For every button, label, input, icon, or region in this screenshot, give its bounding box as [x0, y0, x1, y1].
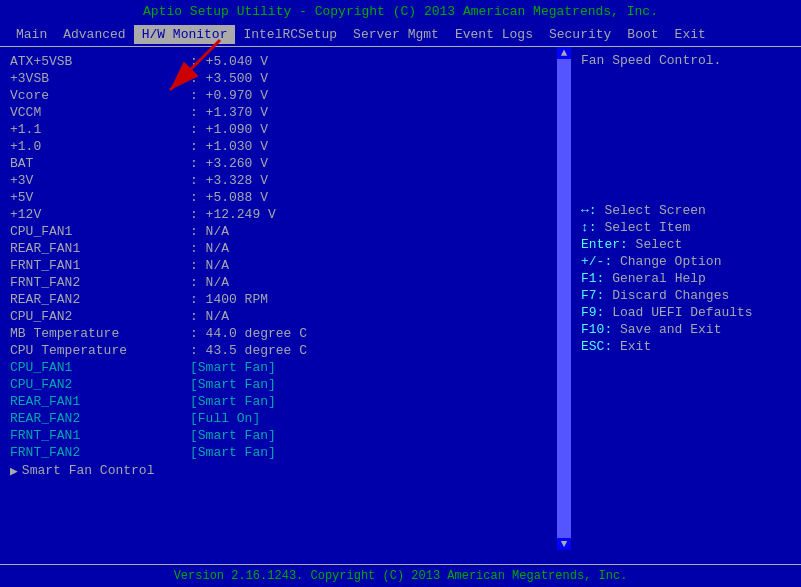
sensor-label-14: REAR_FAN2 [10, 292, 190, 307]
sensor-value-1: : +3.500 V [190, 71, 268, 86]
scrollbar[interactable]: ▲ ▼ [557, 47, 571, 550]
sensor-row-17: CPU Temperature: 43.5 degree C [10, 342, 559, 359]
sensor-row-21: REAR_FAN2[Full On] [10, 410, 559, 427]
sensor-row-18: CPU_FAN1[Smart Fan] [10, 359, 559, 376]
sensor-value-22: [Smart Fan] [190, 428, 276, 443]
help-desc-2: Select [636, 237, 683, 252]
sensor-value-7: : +3.328 V [190, 173, 268, 188]
sensor-label-8: +5V [10, 190, 190, 205]
help-desc-6: Load UEFI Defaults [612, 305, 752, 320]
sensor-row-8: +5V: +5.088 V [10, 189, 559, 206]
sensor-label-4: +1.1 [10, 122, 190, 137]
sensor-row-5: +1.0: +1.030 V [10, 138, 559, 155]
help-key-3: +/-: [581, 254, 620, 269]
sensor-row-4: +1.1: +1.090 V [10, 121, 559, 138]
help-key-4: F1: [581, 271, 612, 286]
sensor-row-13: FRNT_FAN2: N/A [10, 274, 559, 291]
sensor-label-18: CPU_FAN1 [10, 360, 190, 375]
sensor-value-20: [Smart Fan] [190, 394, 276, 409]
sensor-value-23: [Smart Fan] [190, 445, 276, 460]
sensor-row-19: CPU_FAN2[Smart Fan] [10, 376, 559, 393]
sensor-value-17: : 43.5 degree C [190, 343, 307, 358]
sensor-value-13: : N/A [190, 275, 229, 290]
sensor-value-11: : N/A [190, 241, 229, 256]
sensor-label-12: FRNT_FAN1 [10, 258, 190, 273]
sensor-value-21: [Full On] [190, 411, 260, 426]
sensor-row-0: ATX+5VSB: +5.040 V [10, 53, 559, 70]
sensor-value-12: : N/A [190, 258, 229, 273]
help-desc-1: Select Item [604, 220, 690, 235]
sensor-row-14: REAR_FAN2: 1400 RPM [10, 291, 559, 308]
menu-item-advanced[interactable]: Advanced [55, 25, 133, 44]
help-desc-5: Discard Changes [612, 288, 729, 303]
sensor-label-6: BAT [10, 156, 190, 171]
sensor-value-15: : N/A [190, 309, 229, 324]
sensor-row-15: CPU_FAN2: N/A [10, 308, 559, 325]
sensor-label-16: MB Temperature [10, 326, 190, 341]
menu-item-servermgmt[interactable]: Server Mgmt [345, 25, 447, 44]
help-desc-8: Exit [620, 339, 651, 354]
title-text: Aptio Setup Utility - Copyright (C) 2013… [143, 4, 658, 19]
help-line-4: F1: General Help [581, 270, 791, 287]
sensor-label-10: CPU_FAN1 [10, 224, 190, 239]
menu-item-exit[interactable]: Exit [667, 25, 714, 44]
sensor-label-20: REAR_FAN1 [10, 394, 190, 409]
menu-item-h/wmonitor[interactable]: H/W Monitor [134, 25, 236, 44]
sensor-rows: ATX+5VSB: +5.040 V+3VSB: +3.500 VVcore: … [10, 53, 559, 461]
help-key-6: F9: [581, 305, 612, 320]
sensor-row-10: CPU_FAN1: N/A [10, 223, 559, 240]
sensor-label-22: FRNT_FAN1 [10, 428, 190, 443]
sensor-label-15: CPU_FAN2 [10, 309, 190, 324]
sensor-label-2: Vcore [10, 88, 190, 103]
help-line-3: +/-: Change Option [581, 253, 791, 270]
menu-item-eventlogs[interactable]: Event Logs [447, 25, 541, 44]
help-key-5: F7: [581, 288, 612, 303]
menu-item-security[interactable]: Security [541, 25, 619, 44]
sensor-row-7: +3V: +3.328 V [10, 172, 559, 189]
sensor-value-3: : +1.370 V [190, 105, 268, 120]
sensor-value-14: : 1400 RPM [190, 292, 268, 307]
menu-bar: MainAdvancedH/W MonitorIntelRCSetupServe… [0, 23, 801, 47]
sensor-label-19: CPU_FAN2 [10, 377, 190, 392]
row-arrow: ▶ [10, 463, 18, 479]
sensor-value-6: : +3.260 V [190, 156, 268, 171]
sensor-label-11: REAR_FAN1 [10, 241, 190, 256]
sensor-value-19: [Smart Fan] [190, 377, 276, 392]
help-line-0: ↔: Select Screen [581, 202, 791, 219]
sensor-value-18: [Smart Fan] [190, 360, 276, 375]
sensor-label-0: ATX+5VSB [10, 54, 190, 69]
smart-fan-control-row[interactable]: ▶ Smart Fan Control [10, 462, 559, 480]
sensor-label-13: FRNT_FAN2 [10, 275, 190, 290]
sensor-row-2: Vcore: +0.970 V [10, 87, 559, 104]
sensor-row-12: FRNT_FAN1: N/A [10, 257, 559, 274]
sensor-label-1: +3VSB [10, 71, 190, 86]
sensor-row-11: REAR_FAN1: N/A [10, 240, 559, 257]
help-title: Fan Speed Control. [581, 53, 791, 68]
smart-fan-label: Smart Fan Control [22, 463, 197, 479]
help-key-2: Enter: [581, 237, 636, 252]
sensor-value-9: : +12.249 V [190, 207, 276, 222]
footer-text: Version 2.16.1243. Copyright (C) 2013 Am… [174, 569, 628, 583]
menu-item-boot[interactable]: Boot [619, 25, 666, 44]
help-desc-7: Save and Exit [620, 322, 721, 337]
sensor-row-23: FRNT_FAN2[Smart Fan] [10, 444, 559, 461]
help-line-1: ↕: Select Item [581, 219, 791, 236]
sensor-value-8: : +5.088 V [190, 190, 268, 205]
sensor-row-22: FRNT_FAN1[Smart Fan] [10, 427, 559, 444]
sensor-value-0: : +5.040 V [190, 54, 268, 69]
footer: Version 2.16.1243. Copyright (C) 2013 Am… [0, 564, 801, 587]
sensor-row-20: REAR_FAN1[Smart Fan] [10, 393, 559, 410]
help-line-5: F7: Discard Changes [581, 287, 791, 304]
sensor-label-9: +12V [10, 207, 190, 222]
menu-item-intelrcsetup[interactable]: IntelRCSetup [235, 25, 345, 44]
sensor-value-2: : +0.970 V [190, 88, 268, 103]
scroll-down-arrow[interactable]: ▼ [561, 538, 568, 550]
help-line-6: F9: Load UEFI Defaults [581, 304, 791, 321]
menu-item-main[interactable]: Main [8, 25, 55, 44]
help-keys: ↔: Select Screen↕: Select ItemEnter: Sel… [581, 202, 791, 355]
help-line-7: F10: Save and Exit [581, 321, 791, 338]
left-panel: ATX+5VSB: +5.040 V+3VSB: +3.500 VVcore: … [0, 47, 571, 550]
help-key-8: ESC: [581, 339, 620, 354]
help-desc-3: Change Option [620, 254, 721, 269]
scroll-up-arrow[interactable]: ▲ [561, 47, 568, 59]
